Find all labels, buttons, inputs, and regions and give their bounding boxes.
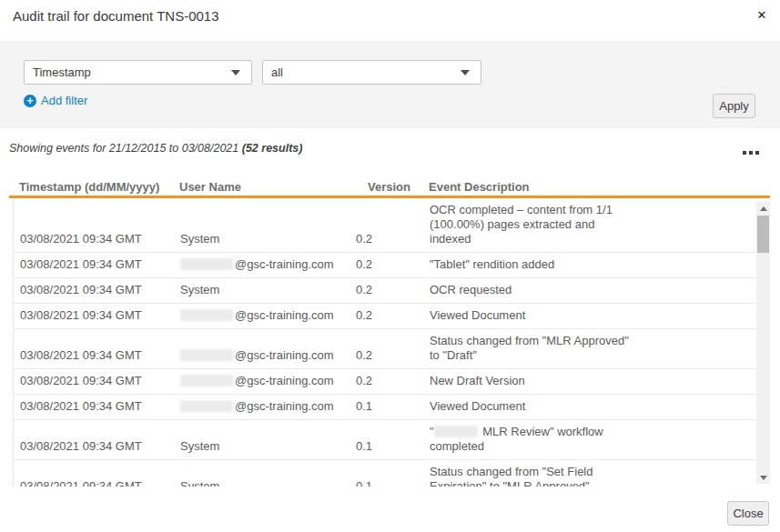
- user-cell: @gsc-training.com: [174, 374, 349, 388]
- description-text: Viewed Document: [430, 399, 630, 414]
- timestamp-cell: 03/08/2021 09:34 GMT: [14, 232, 174, 246]
- filter-value-value: all: [271, 65, 283, 79]
- add-filter-label: Add filter: [41, 94, 87, 107]
- version-cell: 0.2: [349, 257, 418, 272]
- description-text: Status changed from "MLR Approved" to "D…: [430, 334, 630, 363]
- audit-trail-dialog: Audit trail for document TNS-0013 ✕ Time…: [0, 0, 780, 532]
- results-summary: Showing events for 21/12/2015 to 03/08/2…: [9, 142, 302, 155]
- user-cell: System: [174, 232, 349, 246]
- apply-button[interactable]: Apply: [713, 94, 755, 118]
- description-text: "Tablet" rendition added: [430, 257, 630, 272]
- results-summary-text: Showing events for 21/12/2015 to 03/08/2…: [9, 142, 242, 155]
- version-cell: 0.2: [349, 374, 418, 388]
- more-options-icon[interactable]: [741, 149, 761, 156]
- table-row: 03/08/2021 09:34 GMTSystem0.1Status chan…: [14, 460, 758, 487]
- table-row: 03/08/2021 09:34 GMT@gsc-training.com0.2…: [14, 369, 758, 395]
- redacted-username: [180, 375, 233, 386]
- table-row: 03/08/2021 09:34 GMTSystem0.1" MLR Revie…: [14, 420, 758, 460]
- timestamp-cell: 03/08/2021 09:34 GMT: [14, 479, 174, 487]
- user-cell: @gsc-training.com: [174, 308, 349, 323]
- scroll-down-icon[interactable]: [756, 470, 770, 484]
- scrollbar[interactable]: [756, 202, 770, 484]
- version-cell: 0.1: [349, 479, 418, 487]
- scroll-up-icon[interactable]: [756, 202, 770, 216]
- description-cell: Viewed Document: [418, 308, 758, 323]
- chevron-down-icon: [461, 70, 470, 75]
- user-cell: System: [174, 439, 349, 454]
- filter-field-dropdown[interactable]: Timestamp: [24, 60, 252, 85]
- timestamp-cell: 03/08/2021 09:34 GMT: [14, 308, 174, 323]
- description-cell: " MLR Review" workflow completed: [418, 425, 758, 454]
- description-text: " MLR Review" workflow completed: [430, 425, 630, 454]
- table-row: 03/08/2021 09:34 GMT@gsc-training.com0.2…: [14, 329, 758, 369]
- version-cell: 0.1: [349, 439, 418, 454]
- description-text: OCR completed – content from 1/1 (100.00…: [430, 203, 630, 246]
- version-cell: 0.2: [349, 232, 418, 246]
- description-cell: Viewed Document: [418, 399, 758, 414]
- user-cell: @gsc-training.com: [174, 348, 349, 363]
- version-cell: 0.2: [349, 283, 418, 297]
- description-cell: "Tablet" rendition added: [418, 257, 758, 272]
- scrollbar-thumb[interactable]: [757, 216, 769, 253]
- column-header-user: User Name: [179, 180, 241, 194]
- description-text: Viewed Document: [430, 308, 630, 323]
- version-cell: 0.2: [349, 348, 418, 363]
- column-header-timestamp: Timestamp (dd/MM/yyyy): [19, 180, 159, 194]
- user-cell: System: [174, 479, 349, 487]
- timestamp-cell: 03/08/2021 09:34 GMT: [14, 399, 174, 414]
- user-cell: @gsc-training.com: [174, 257, 349, 272]
- redacted-text: [434, 426, 478, 437]
- description-cell: OCR requested: [418, 283, 758, 297]
- timestamp-cell: 03/08/2021 09:34 GMT: [14, 348, 174, 363]
- table-row: 03/08/2021 09:34 GMTSystem0.2OCR complet…: [14, 198, 758, 253]
- filter-panel: Timestamp all Add filter Apply: [0, 41, 780, 128]
- column-header-version: Version: [368, 180, 410, 194]
- description-cell: New Draft Version: [418, 374, 758, 388]
- description-text: New Draft Version: [430, 374, 630, 388]
- timestamp-cell: 03/08/2021 09:34 GMT: [14, 374, 174, 388]
- close-icon[interactable]: ✕: [752, 5, 772, 25]
- user-cell: @gsc-training.com: [174, 399, 349, 414]
- plus-circle-icon: [24, 95, 36, 107]
- audit-table: 03/08/2021 09:34 GMTSystem0.2OCR complet…: [13, 198, 771, 487]
- add-filter-link[interactable]: Add filter: [24, 94, 87, 107]
- table-row: 03/08/2021 09:34 GMTSystem0.2OCR request…: [14, 278, 758, 304]
- description-cell: Status changed from "MLR Approved" to "D…: [418, 334, 758, 363]
- close-button[interactable]: Close: [727, 501, 769, 526]
- table-row: 03/08/2021 09:34 GMT@gsc-training.com0.2…: [14, 304, 758, 329]
- filter-field-value: Timestamp: [33, 65, 91, 79]
- description-text: Status changed from "Set Field Expiratio…: [430, 465, 630, 487]
- filter-value-dropdown[interactable]: all: [262, 60, 481, 85]
- redacted-username: [180, 349, 233, 361]
- chevron-down-icon: [231, 70, 240, 75]
- redacted-username: [180, 309, 233, 321]
- timestamp-cell: 03/08/2021 09:34 GMT: [14, 257, 174, 272]
- column-header-description: Event Description: [429, 180, 530, 194]
- version-cell: 0.2: [349, 308, 418, 323]
- timestamp-cell: 03/08/2021 09:34 GMT: [14, 283, 174, 297]
- table-body: 03/08/2021 09:34 GMTSystem0.2OCR complet…: [14, 198, 758, 487]
- table-row: 03/08/2021 09:34 GMT@gsc-training.com0.1…: [14, 395, 758, 420]
- user-cell: System: [174, 283, 349, 297]
- description-cell: OCR completed – content from 1/1 (100.00…: [418, 203, 758, 246]
- description-cell: Status changed from "Set Field Expiratio…: [418, 465, 758, 487]
- table-row: 03/08/2021 09:34 GMT@gsc-training.com0.2…: [14, 253, 758, 278]
- dialog-title: Audit trail for document TNS-0013: [13, 8, 219, 24]
- version-cell: 0.1: [349, 399, 418, 414]
- description-text: OCR requested: [430, 283, 630, 297]
- timestamp-cell: 03/08/2021 09:34 GMT: [14, 439, 174, 454]
- results-count: (52 results): [242, 142, 303, 155]
- redacted-username: [180, 258, 233, 270]
- redacted-username: [180, 400, 233, 412]
